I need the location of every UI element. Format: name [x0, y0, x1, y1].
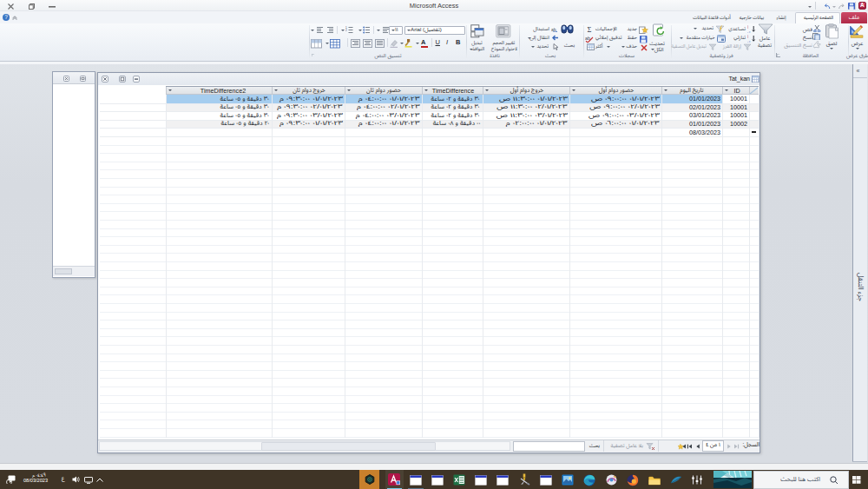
svg-text:2: 2	[345, 29, 347, 32]
svg-text:Σ: Σ	[588, 25, 592, 33]
svg-text:ي: ي	[747, 38, 751, 42]
svg-text:ي: ي	[747, 30, 751, 33]
svg-text:ab: ab	[585, 35, 590, 40]
svg-text:ab: ab	[551, 26, 556, 31]
svg-text:?: ?	[4, 14, 8, 20]
